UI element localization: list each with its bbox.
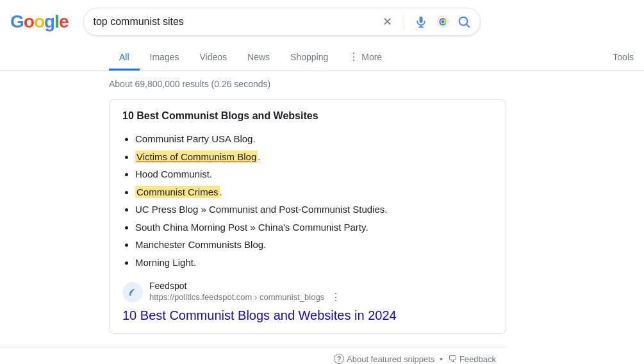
source-url: https://politics.feedspot.com › communis… (149, 292, 324, 302)
highlight-crimes: Communist Crimes (135, 186, 220, 198)
search-icon (457, 15, 471, 29)
logo-o2: o (34, 12, 44, 32)
list-item: Victims of Communism Blog. (135, 149, 493, 165)
list-item: Communist Crimes. (135, 184, 493, 201)
list-item: Hood Communist. (135, 166, 493, 183)
microphone-icon (415, 15, 427, 28)
tab-news[interactable]: News (237, 46, 280, 70)
logo-o1: o (24, 12, 34, 32)
results-area: About 69,800,000 results (0.26 seconds) … (0, 71, 644, 334)
logo-g2: g (44, 12, 54, 32)
source-favicon (122, 282, 143, 302)
tab-shopping[interactable]: Shopping (280, 46, 338, 70)
feedspot-logo-icon (126, 286, 139, 299)
feedback-icon: 🗨 (448, 354, 457, 364)
lens-button[interactable] (435, 14, 450, 29)
list-item: South China Morning Post » China's Commu… (135, 219, 493, 236)
snippet-title: 10 Best Communist Blogs and Websites (122, 110, 493, 122)
svg-point-4 (442, 21, 445, 24)
source-options-button[interactable]: ⋮ (328, 291, 343, 303)
tab-images[interactable]: Images (140, 46, 190, 70)
tab-all[interactable]: All (109, 46, 140, 70)
source-name: Feedspot (149, 281, 493, 291)
result-link[interactable]: 10 Best Communist Blogs and Websites in … (122, 308, 493, 323)
svg-rect-0 (420, 17, 423, 23)
result-stats: About 69,800,000 results (0.26 seconds) (109, 79, 644, 89)
divider (404, 14, 404, 29)
logo-g: G (10, 12, 24, 32)
source-info: Feedspot https://politics.feedspot.com ›… (149, 281, 493, 303)
nav-tabs: All Images Videos News Shopping ⋮ More T… (0, 41, 644, 71)
clear-button[interactable]: ✕ (379, 14, 395, 29)
search-bar[interactable]: ✕ (83, 8, 481, 36)
tools-button[interactable]: Tools (602, 46, 644, 70)
lens-icon (436, 15, 449, 28)
voice-search-button[interactable] (413, 14, 429, 29)
google-logo: Google (10, 12, 68, 32)
featured-snippet: 10 Best Communist Blogs and Websites Com… (109, 99, 506, 334)
list-item: Communist Party USA Blog. (135, 131, 493, 147)
header: Google ✕ (0, 0, 644, 36)
tab-more[interactable]: ⋮ More (338, 44, 392, 71)
list-item: Manchester Communists Blog. (135, 236, 493, 253)
footer-items: ? About featured snippets • 🗨 Feedback (334, 354, 496, 364)
footer-bar: ? About featured snippets • 🗨 Feedback (0, 347, 506, 364)
source-row: Feedspot https://politics.feedspot.com ›… (122, 281, 493, 303)
svg-point-7 (127, 286, 138, 297)
feedback-label: Feedback (459, 354, 496, 364)
list-item: Morning Light. (135, 254, 493, 271)
search-submit-button[interactable] (457, 15, 471, 29)
snippet-list: Communist Party USA Blog. Victims of Com… (122, 131, 493, 270)
list-item: UC Press Blog » Communist and Post-Commu… (135, 201, 493, 218)
logo-l: l (54, 12, 59, 32)
question-icon: ? (334, 354, 344, 364)
feedback-link[interactable]: 🗨 Feedback (448, 354, 496, 364)
search-input[interactable] (93, 16, 374, 28)
svg-line-6 (467, 24, 470, 27)
footer-dot: • (440, 354, 443, 364)
search-icons: ✕ (379, 14, 471, 29)
svg-point-8 (129, 294, 131, 295)
logo-e: e (59, 12, 69, 32)
source-url-row: https://politics.feedspot.com › communis… (149, 291, 493, 303)
about-snippets-label: About featured snippets (347, 354, 434, 364)
about-snippets-link[interactable]: ? About featured snippets (334, 354, 434, 364)
highlight-victims: Victims of Communism Blog (135, 151, 258, 163)
tab-videos[interactable]: Videos (189, 46, 237, 70)
